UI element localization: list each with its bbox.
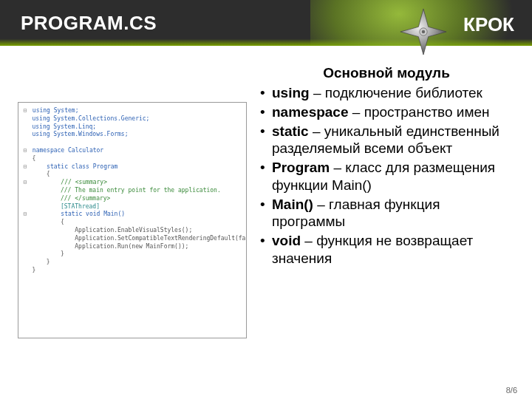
list-item: Program – класс для размещения функции M… [259,159,514,194]
list-item: static – уникальный единственный разделя… [259,123,514,158]
text-column: Основной модуль using – подключение библ… [259,61,514,338]
slide-title: PROGRAM.CS [21,12,157,35]
list-item: Main() – главная функция программы [259,196,514,231]
page-number: 8/6 [506,386,517,395]
slide-content: ⊟ using System; using System.Collections… [0,46,532,338]
subtitle: Основной модуль [259,65,514,81]
brand-name: КРОК [463,13,514,36]
code-screenshot: ⊟ using System; using System.Collections… [18,102,247,338]
shuriken-icon [396,4,451,59]
list-item: namespace – пространство имен [259,103,514,121]
bullet-list: using – подключение библиотек namespace … [259,84,514,267]
list-item: void – функция не возвращает значения [259,232,514,267]
svg-point-1 [422,30,425,33]
list-item: using – подключение библиотек [259,84,514,102]
slide-header: PROGRAM.CS КРОК [0,0,532,46]
